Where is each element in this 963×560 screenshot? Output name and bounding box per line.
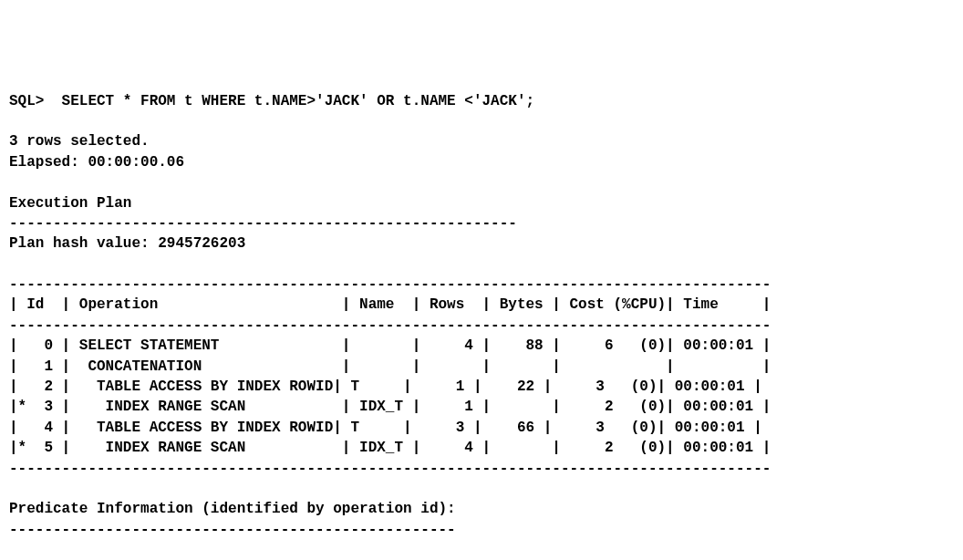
divider-line: ----------------------------------------… xyxy=(9,215,517,232)
divider-line: ----------------------------------------… xyxy=(9,461,771,477)
rows-selected: 3 rows selected. xyxy=(9,133,150,150)
divider-line: ----------------------------------------… xyxy=(9,317,771,334)
exec-plan-header: Execution Plan xyxy=(9,195,131,212)
plan-row: | 1 | CONCATENATION | | | | | | xyxy=(9,358,771,375)
sql-prompt: SQL> xyxy=(9,93,44,109)
sql-terminal-output: SQL> SELECT * FROM t WHERE t.NAME>'JACK'… xyxy=(9,91,954,560)
predicate-info-header: Predicate Information (identified by ope… xyxy=(9,501,456,517)
elapsed-time: Elapsed: 00:00:00.06 xyxy=(9,154,184,171)
plan-row: |* 5 | INDEX RANGE SCAN | IDX_T | 4 | | … xyxy=(9,440,771,456)
divider-line: ----------------------------------------… xyxy=(9,276,771,293)
plan-hash-value: Plan hash value: 2945726203 xyxy=(9,235,245,252)
divider-line: ----------------------------------------… xyxy=(9,522,456,538)
plan-row: |* 3 | INDEX RANGE SCAN | IDX_T | 1 | | … xyxy=(9,399,771,415)
plan-row: | 0 | SELECT STATEMENT | | 4 | 88 | 6 (0… xyxy=(9,337,771,354)
plan-table-header: | Id | Operation | Name | Rows | Bytes |… xyxy=(9,296,771,313)
plan-row: | 2 | TABLE ACCESS BY INDEX ROWID| T | 1… xyxy=(9,379,762,395)
plan-row: | 4 | TABLE ACCESS BY INDEX ROWID| T | 3… xyxy=(9,420,762,436)
sql-query: SELECT * FROM t WHERE t.NAME>'JACK' OR t… xyxy=(62,93,534,109)
